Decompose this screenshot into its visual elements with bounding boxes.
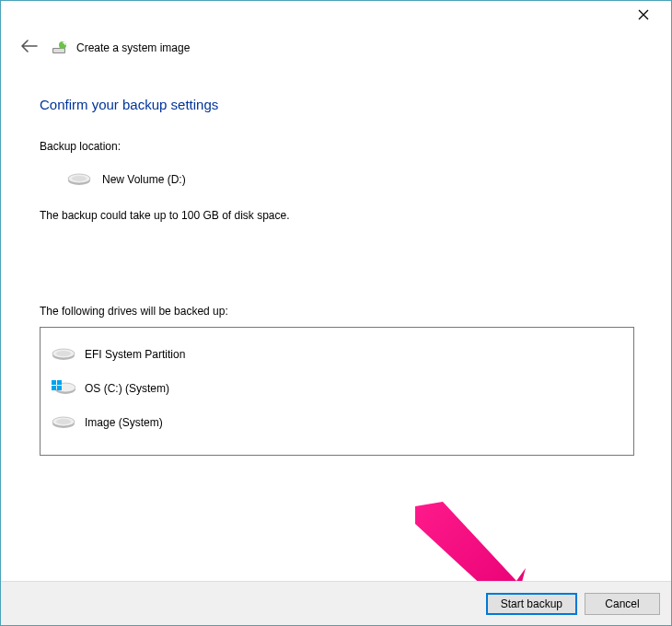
svg-rect-17 bbox=[57, 386, 62, 390]
hdd-icon bbox=[67, 169, 91, 189]
disk-space-notice: The backup could take up to 100 GB of di… bbox=[40, 209, 634, 222]
cancel-button[interactable]: Cancel bbox=[585, 593, 660, 615]
list-item: Image (System) bbox=[48, 405, 626, 439]
back-arrow-icon bbox=[21, 40, 38, 52]
svg-point-20 bbox=[56, 419, 71, 424]
drives-list-label: The following drives will be backed up: bbox=[40, 305, 634, 318]
hdd-icon bbox=[52, 344, 75, 364]
svg-rect-3 bbox=[53, 49, 64, 52]
titlebar bbox=[1, 1, 671, 36]
svg-rect-14 bbox=[52, 380, 56, 385]
list-item: OS (C:) (System) bbox=[48, 371, 626, 405]
list-item: EFI System Partition bbox=[48, 337, 626, 371]
backup-location-row: New Volume (D:) bbox=[67, 169, 634, 189]
list-item-label: Image (System) bbox=[85, 416, 163, 429]
drives-list: EFI System Partition OS (C:) (System) bbox=[40, 327, 634, 456]
svg-rect-16 bbox=[52, 386, 56, 390]
svg-point-11 bbox=[56, 351, 71, 356]
back-button[interactable] bbox=[17, 36, 41, 59]
backup-location-value: New Volume (D:) bbox=[102, 173, 186, 186]
page-heading: Confirm your backup settings bbox=[40, 97, 634, 112]
list-item-label: OS (C:) (System) bbox=[85, 382, 169, 395]
windows-hdd-icon bbox=[52, 378, 75, 398]
header-row: Create a system image bbox=[1, 36, 671, 64]
window-title: Create a system image bbox=[76, 41, 190, 54]
close-button[interactable] bbox=[625, 3, 662, 27]
start-backup-button[interactable]: Start backup bbox=[486, 593, 577, 615]
footer-bar: Start backup Cancel bbox=[1, 581, 671, 625]
close-icon bbox=[638, 9, 649, 20]
content-area: Confirm your backup settings Backup loca… bbox=[1, 64, 671, 456]
list-item-label: EFI System Partition bbox=[85, 348, 185, 361]
svg-rect-15 bbox=[57, 380, 62, 385]
hdd-icon bbox=[52, 412, 75, 432]
backup-location-label: Backup location: bbox=[40, 140, 634, 153]
svg-point-8 bbox=[72, 176, 87, 181]
app-icon bbox=[51, 40, 67, 56]
